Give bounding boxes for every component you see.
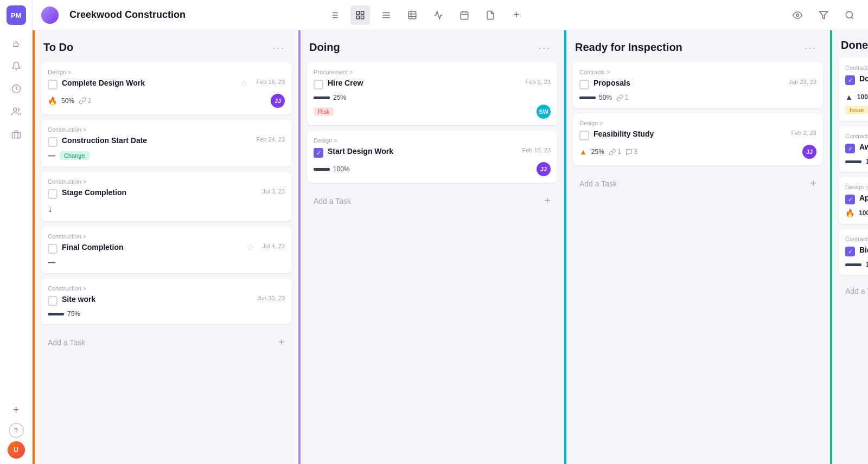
- task-checkbox[interactable]: [48, 244, 58, 254]
- task-name: Hire Crew: [328, 79, 517, 87]
- task-progress: 100%: [859, 209, 868, 217]
- column-doing-menu[interactable]: ···: [534, 39, 555, 56]
- task-date: Feb 16, 23: [256, 79, 285, 85]
- add-task-button[interactable]: Add a Task +: [41, 330, 291, 355]
- task-category: Procurement >: [314, 69, 551, 75]
- task-badge: Change: [60, 151, 90, 160]
- add-task-plus-icon[interactable]: +: [278, 336, 285, 349]
- sidebar-item-notifications[interactable]: [7, 56, 26, 76]
- task-checkbox[interactable]: [48, 296, 58, 306]
- task-name: Stage Completion: [62, 188, 253, 197]
- task-checkbox[interactable]: ✓: [845, 195, 855, 204]
- svg-rect-2: [12, 132, 20, 138]
- task-card[interactable]: Contracts > Proposals Jan 23, 23 50%: [573, 62, 823, 108]
- task-checkbox[interactable]: [48, 80, 58, 89]
- task-name: Documents: [859, 74, 868, 83]
- sidebar-item-add[interactable]: +: [7, 400, 26, 420]
- task-checkbox[interactable]: [48, 137, 58, 147]
- task-avatar: SW: [537, 105, 551, 119]
- add-task-plus-icon[interactable]: +: [544, 195, 551, 207]
- progress-bar: [48, 313, 64, 315]
- task-checkbox[interactable]: ✓: [845, 144, 855, 153]
- arrow-up-icon: ▲: [579, 147, 587, 156]
- svg-line-27: [851, 17, 853, 18]
- add-task-button[interactable]: Add a Task: [839, 280, 868, 302]
- task-name: Bid Date: [859, 246, 868, 254]
- add-task-label: Add a Task: [579, 179, 617, 188]
- link-count: 2: [88, 97, 92, 105]
- task-checkbox[interactable]: ✓: [314, 148, 323, 158]
- task-checkbox[interactable]: [579, 80, 589, 89]
- task-card[interactable]: Contracts > ✓ Award Date 100%: [839, 126, 868, 172]
- board-view-button[interactable]: [350, 5, 370, 25]
- column-todo-body: Design > Complete Design Work ◇ Feb 16, …: [35, 62, 298, 464]
- add-task-button[interactable]: Add a Task +: [307, 188, 557, 214]
- task-name: Final Completion: [62, 243, 243, 252]
- task-progress: 100%: [866, 261, 868, 268]
- sidebar-item-history[interactable]: [7, 79, 26, 99]
- link-icon: 1: [609, 148, 621, 156]
- watch-button[interactable]: [788, 5, 807, 25]
- task-card[interactable]: Design > Complete Design Work ◇ Feb 16, …: [41, 62, 291, 114]
- task-category: Design >: [314, 137, 551, 144]
- sidebar-item-help[interactable]: ?: [9, 423, 24, 438]
- dash-icon: —: [48, 258, 55, 267]
- docs-view-button[interactable]: [481, 5, 500, 25]
- sidebar-item-people[interactable]: [7, 102, 26, 121]
- user-avatar[interactable]: U: [8, 441, 25, 459]
- gantt-view-button[interactable]: [429, 5, 448, 25]
- topbar: Creekwood Construction +: [33, 0, 868, 30]
- task-progress: 75%: [67, 310, 80, 318]
- task-date: Feb 9, 23: [526, 79, 551, 85]
- task-card[interactable]: Design > ✓ Start Design Work Feb 15, 23 …: [307, 131, 557, 183]
- task-card[interactable]: Design > ✓ Apply for Pe 🔥 100%: [839, 177, 868, 224]
- column-todo-menu[interactable]: ···: [268, 39, 289, 56]
- add-view-button[interactable]: +: [507, 5, 526, 25]
- column-todo-header: To Do ···: [35, 30, 298, 62]
- sidebar-item-projects[interactable]: [7, 125, 26, 144]
- add-task-label: Add a Task: [845, 287, 868, 295]
- diamond-icon: ◇: [241, 79, 247, 87]
- task-date: Jan 23, 23: [789, 79, 816, 85]
- task-card[interactable]: Construction > Final Completion ◇ Jul 4,…: [41, 227, 291, 273]
- task-checkbox[interactable]: [579, 131, 589, 140]
- task-name: Start Design Work: [328, 147, 513, 156]
- table-view-button[interactable]: [403, 5, 422, 25]
- task-name: Award Date: [859, 143, 868, 151]
- sidebar-item-home[interactable]: ⌂: [7, 34, 26, 53]
- calendar-view-button[interactable]: [455, 5, 474, 25]
- task-date: Feb 24, 23: [256, 136, 285, 143]
- column-inspection-menu[interactable]: ···: [800, 39, 821, 56]
- column-doing-title: Doing: [309, 41, 534, 54]
- task-card[interactable]: Contracts > ✓ Documents MS ▲ 100% Issue …: [839, 58, 868, 121]
- app-logo[interactable]: PM: [7, 5, 26, 25]
- search-button[interactable]: [840, 5, 859, 25]
- add-task-button[interactable]: Add a Task +: [573, 171, 823, 196]
- task-checkbox[interactable]: [314, 80, 323, 89]
- column-doing-body: Procurement > Hire Crew Feb 9, 23 25% Ri…: [301, 62, 564, 464]
- svg-rect-11: [356, 16, 359, 18]
- list-view-button[interactable]: [324, 5, 344, 25]
- task-category: Design >: [579, 120, 816, 126]
- project-title: Creekwood Construction: [69, 9, 318, 21]
- task-card[interactable]: Construction > Stage Completion Jul 3, 2…: [41, 172, 291, 221]
- progress-bar: [314, 168, 330, 171]
- svg-point-24: [796, 14, 799, 16]
- column-todo-title: To Do: [43, 41, 268, 54]
- filter-button[interactable]: [814, 5, 833, 25]
- add-task-plus-icon[interactable]: +: [810, 177, 816, 190]
- link-icon: 1: [616, 94, 629, 101]
- task-checkbox[interactable]: ✓: [845, 247, 855, 256]
- task-card[interactable]: Construction > Site work Jun 30, 23 75%: [41, 279, 291, 324]
- svg-point-1: [13, 108, 16, 111]
- task-card[interactable]: Design > Feasibility Study Feb 2, 23 ▲ 2…: [573, 113, 823, 165]
- task-card[interactable]: Contracts > ✓ Bid Date 100%: [839, 229, 868, 275]
- column-inspection: Ready for Inspection ··· Contracts > Pro…: [564, 30, 830, 464]
- progress-bar: [845, 160, 861, 163]
- timeline-view-button[interactable]: [376, 5, 396, 25]
- task-avatar: JJ: [802, 145, 816, 159]
- task-card[interactable]: Procurement > Hire Crew Feb 9, 23 25% Ri…: [307, 62, 557, 125]
- task-checkbox[interactable]: ✓: [845, 75, 855, 85]
- task-checkbox[interactable]: [48, 189, 58, 199]
- task-card[interactable]: Construction > Construction Start Date F…: [41, 120, 291, 166]
